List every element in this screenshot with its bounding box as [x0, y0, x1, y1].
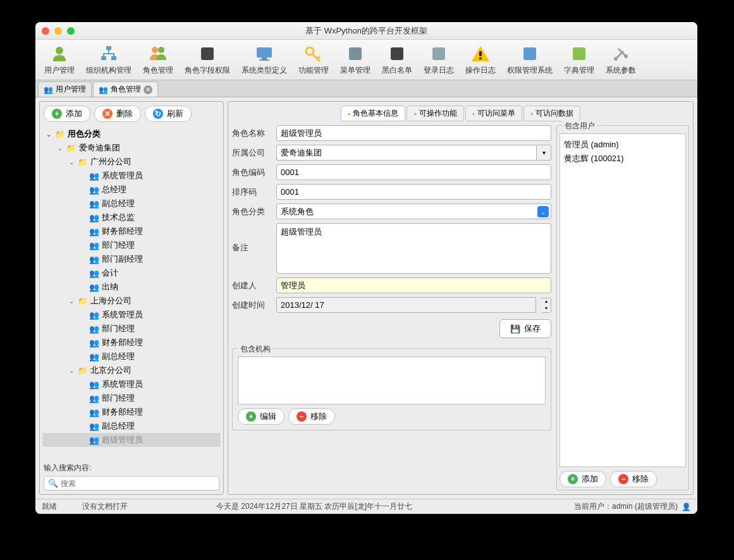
people-icon: 👥: [89, 324, 99, 334]
toolbar-org[interactable]: 组织机构管理: [81, 42, 137, 77]
org-list[interactable]: [238, 356, 546, 405]
expander-icon[interactable]: ⌄: [45, 131, 52, 138]
company-input[interactable]: [276, 145, 536, 161]
tree-node[interactable]: 👥财务部经理: [42, 405, 221, 419]
tree-node[interactable]: ⌄📁广州分公司: [42, 155, 221, 169]
subtab[interactable]: ▪可访问数据: [523, 106, 580, 121]
creator-label: 创建人: [232, 280, 271, 291]
expander-icon[interactable]: ⌄: [68, 367, 75, 374]
tree-node[interactable]: 👥副总经理: [42, 419, 221, 433]
tree-node[interactable]: 👥部门副经理: [42, 252, 221, 266]
org-fieldset: 包含机构 +编辑 −移除: [232, 348, 551, 430]
spin-down-icon[interactable]: ▾: [541, 305, 551, 312]
sort-code-input[interactable]: [276, 184, 551, 200]
folder-icon: 📁: [78, 366, 88, 375]
expander-icon[interactable]: ⌄: [56, 145, 64, 152]
svg-rect-7: [257, 47, 272, 58]
people-icon: 👥: [89, 338, 99, 348]
subtab[interactable]: ▪可访问菜单: [465, 106, 522, 121]
role-category-select[interactable]: 系统角色: [276, 204, 551, 219]
document-tabs: 👥用户管理👥角色管理✕: [35, 80, 697, 97]
plus-icon: +: [246, 411, 256, 422]
tab-icon: ▪: [530, 109, 533, 118]
tree-node[interactable]: 👥副总经理: [42, 350, 221, 363]
right-panel: ▪角色基本信息▪可操作功能▪可访问菜单▪可访问数据 角色名称 所属公司 ▾ 角色…: [228, 101, 694, 495]
save-button[interactable]: 💾保存: [499, 319, 551, 338]
role-name-input[interactable]: [276, 125, 551, 141]
tree-node[interactable]: 👥部门经理: [42, 322, 221, 336]
tree-node[interactable]: ⌄📁北京分公司: [42, 363, 221, 377]
toolbar-menu[interactable]: 菜单管理: [335, 42, 376, 77]
refresh-button[interactable]: ↻刷新: [145, 106, 192, 122]
people-icon: 👥: [44, 85, 53, 94]
org-remove-button[interactable]: −移除: [288, 408, 335, 425]
subtab[interactable]: ▪角色基本信息: [341, 106, 405, 121]
toolbar-blacklist[interactable]: 黑白名单: [377, 42, 417, 77]
role-code-label: 角色编码: [232, 167, 271, 178]
org-edit-button[interactable]: +编辑: [238, 408, 284, 425]
people-icon: 👥: [89, 227, 99, 236]
status-user: 当前用户：admin (超级管理员)👤: [574, 501, 691, 512]
expander-icon[interactable]: ⌄: [68, 298, 75, 305]
toolbar-log[interactable]: 登录日志: [419, 42, 459, 77]
tree-node[interactable]: ⌄📁上海分公司: [42, 294, 221, 308]
user-add-button[interactable]: +添加: [560, 471, 606, 487]
doc-tab[interactable]: 👥用户管理: [38, 82, 92, 97]
tree-node[interactable]: 👥系统管理员: [42, 308, 221, 322]
user-list-item[interactable]: 管理员 (admin): [564, 138, 682, 152]
tree-node[interactable]: 👥部门经理: [42, 391, 221, 405]
tree-node[interactable]: 👥总经理: [42, 183, 221, 197]
expander-icon[interactable]: ⌄: [68, 159, 75, 166]
toolbar-tools[interactable]: 系统参数: [601, 42, 641, 77]
toolbar-dict[interactable]: 字典管理: [559, 42, 599, 77]
spin-up-icon[interactable]: ▴: [541, 298, 551, 305]
form-area: 角色名称 所属公司 ▾ 角色编码 排序码 角色分类 系统角色 ⌄: [232, 125, 689, 490]
tree-node[interactable]: 👥部门经理: [42, 238, 221, 252]
toolbar-user[interactable]: 用户管理: [39, 42, 80, 77]
status-ready: 就绪: [42, 501, 57, 512]
tree-node[interactable]: 👥系统管理员: [42, 169, 221, 183]
delete-button[interactable]: ✕删除: [94, 106, 141, 122]
folder-icon: 📁: [78, 157, 88, 167]
add-button[interactable]: +添加: [44, 106, 90, 122]
tree-node[interactable]: 👥财务部经理: [42, 224, 221, 238]
users-fieldset-label: 包含用户: [562, 121, 597, 131]
date-spinner[interactable]: ▴▾: [541, 298, 551, 313]
toolbar-keys[interactable]: 功能管理: [293, 42, 334, 77]
toolbar-perm[interactable]: 权限管理系统: [502, 42, 558, 77]
tab-icon: ▪: [472, 109, 475, 118]
tree-node[interactable]: 👥出纳: [42, 280, 221, 294]
tree-node[interactable]: ⌄📁用色分类: [42, 127, 221, 141]
remark-textarea[interactable]: 超级管理员: [276, 223, 551, 274]
tree-node[interactable]: 👥会计: [42, 266, 221, 280]
svg-point-0: [56, 47, 63, 54]
user-remove-button[interactable]: −移除: [610, 471, 657, 487]
tree-node[interactable]: 👥系统管理员: [42, 377, 221, 391]
tree-node[interactable]: ⌄📁爱奇迪集团: [42, 141, 221, 155]
search-label: 输入搜索内容:: [44, 463, 219, 473]
close-icon[interactable]: ✕: [144, 85, 152, 94]
tree-node[interactable]: 👥财务部经理: [42, 336, 221, 350]
tree-node[interactable]: 👥超级管理员: [42, 433, 221, 447]
toolbar-monitor[interactable]: 系统类型定义: [236, 42, 292, 77]
people-icon: 👥: [89, 171, 99, 181]
people-icon: 👥: [89, 408, 99, 417]
tree-node[interactable]: 👥副总经理: [42, 197, 221, 210]
status-date: 今天是 2024年12月27日 星期五 农历甲辰[龙]年十一月廿七: [216, 501, 412, 512]
svg-rect-12: [391, 47, 403, 60]
people-icon: 👥: [89, 269, 99, 278]
search-input[interactable]: [61, 479, 215, 488]
doc-tab[interactable]: 👥角色管理✕: [93, 82, 158, 97]
role-tree[interactable]: ⌄📁用色分类⌄📁爱奇迪集团⌄📁广州分公司👥系统管理员👥总经理👥副总经理👥技术总监…: [40, 126, 223, 459]
user-list-item[interactable]: 黄志辉 (100021): [564, 152, 682, 166]
company-dropdown-button[interactable]: ▾: [536, 145, 551, 161]
minus-icon: −: [297, 411, 307, 422]
toolbar-roles[interactable]: 角色管理: [138, 42, 178, 77]
tree-node[interactable]: 👥技术总监: [42, 210, 221, 224]
role-code-input[interactable]: [276, 164, 551, 180]
user-list[interactable]: 管理员 (admin)黄志辉 (100021): [560, 133, 686, 467]
subtab[interactable]: ▪可操作功能: [407, 106, 463, 121]
toolbar-traffic[interactable]: 角色字段权限: [180, 42, 235, 77]
toolbar-warn[interactable]: 操作日志: [460, 42, 501, 77]
create-time-input[interactable]: [276, 297, 536, 313]
